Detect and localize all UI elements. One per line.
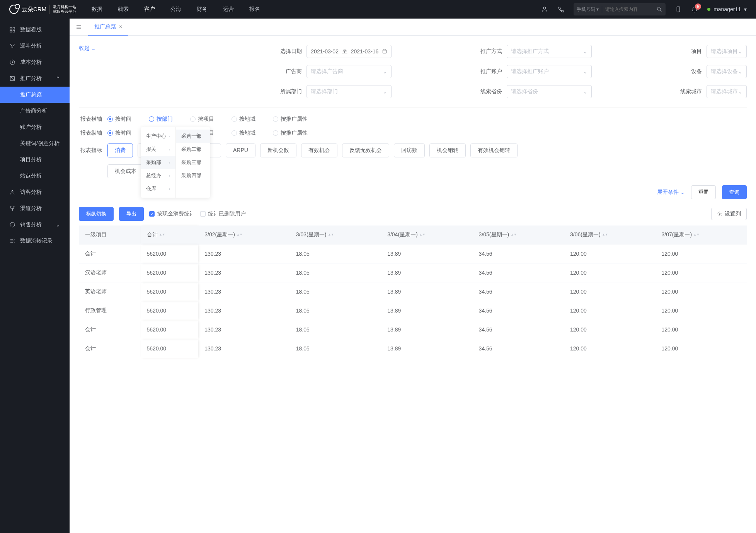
nav-item-3[interactable]: 公海 xyxy=(170,6,181,13)
select-device[interactable]: 请选择设备⌄ xyxy=(707,65,747,78)
sort-icon: ▲▼ xyxy=(328,234,334,236)
columns-button[interactable]: 设置列 xyxy=(711,208,747,220)
radio-option[interactable]: 按地域 xyxy=(232,130,255,137)
user-icon[interactable] xyxy=(541,6,548,13)
sidebar-item-7[interactable]: 数据流转记录 xyxy=(0,233,70,249)
logo[interactable]: 云朵CRM 教育机构一站式服务云平台 xyxy=(9,5,76,14)
sidebar-item-3[interactable]: 推广分析⌃ xyxy=(0,70,70,87)
metric-tag[interactable]: 机会销转 xyxy=(429,144,466,157)
nav-item-6[interactable]: 报名 xyxy=(249,6,260,13)
notifications[interactable]: 5 xyxy=(691,6,698,13)
nav-item-1[interactable]: 线索 xyxy=(118,6,129,13)
radio-option[interactable]: 按项目 xyxy=(190,116,214,123)
select-promo-method[interactable]: 请选择推广方式⌄ xyxy=(507,45,592,58)
table-row: 会计5620.00130.2318.0513.8934.56120.00120.… xyxy=(79,339,747,358)
phone-icon[interactable] xyxy=(557,6,564,13)
metric-tag[interactable]: 有效机会 xyxy=(301,144,337,157)
metric-tag[interactable]: 有效机会销转 xyxy=(470,144,518,157)
select-advertiser[interactable]: 请选择广告商⌄ xyxy=(306,65,392,78)
nav-item-0[interactable]: 数据 xyxy=(92,6,102,13)
tab-promo-overview[interactable]: 推广总览 × xyxy=(88,19,128,36)
dropdown-item[interactable]: 采购一部 xyxy=(176,130,210,143)
sidebar-subitem-3-0[interactable]: 推广总览 xyxy=(0,87,70,103)
sidebar-subitem-3-2[interactable]: 账户分析 xyxy=(0,119,70,135)
table-header[interactable]: 3/07(星期一) ▲▼ xyxy=(655,226,747,244)
chevron-down-icon: ⌄ xyxy=(91,45,96,51)
dropdown-item[interactable]: 采购四部 xyxy=(176,169,210,182)
table-header[interactable]: 3/02(星期一) ▲▼ xyxy=(198,226,289,244)
table-cell: 34.56 xyxy=(473,320,564,339)
table-cell: 13.89 xyxy=(381,263,472,282)
sidebar-subitem-3-3[interactable]: 关键词/创意分析 xyxy=(0,135,70,152)
radio-option[interactable]: 按时间 xyxy=(107,116,131,123)
sidebar-item-4[interactable]: 访客分析 xyxy=(0,184,70,200)
metric-tag[interactable]: 反馈无效机会 xyxy=(342,144,389,157)
date-range-input[interactable]: 2021-03-02 至 2021-03-16 xyxy=(306,45,392,58)
hamburger-icon[interactable] xyxy=(76,24,82,30)
dropdown-item[interactable]: 采购二部 xyxy=(176,143,210,156)
sidebar-subitem-3-4[interactable]: 项目分析 xyxy=(0,152,70,168)
sidebar-item-6[interactable]: 销售分析⌄ xyxy=(0,217,70,233)
select-province[interactable]: 请选择省份⌄ xyxy=(507,85,592,98)
export-button[interactable]: 导出 xyxy=(119,207,144,221)
dropdown-item[interactable]: 采购三部 xyxy=(176,156,210,169)
search-input[interactable] xyxy=(602,7,656,12)
sidebar-subitem-3-1[interactable]: 广告商分析 xyxy=(0,103,70,119)
metric-tag[interactable]: 消费 xyxy=(107,144,133,157)
radio-option[interactable]: 按部门 xyxy=(149,116,173,123)
metric-tag[interactable]: ARPU xyxy=(226,144,255,157)
dropdown-item[interactable]: 总经办› xyxy=(141,169,175,182)
sidebar-item-2[interactable]: 成本分析 xyxy=(0,54,70,70)
toggle-axis-button[interactable]: 横纵切换 xyxy=(79,207,114,221)
table-header[interactable]: 3/05(星期一) ▲▼ xyxy=(473,226,564,244)
table-header[interactable]: 3/03(星期一) ▲▼ xyxy=(290,226,381,244)
chevron-down-icon: ⌄ xyxy=(583,89,587,95)
table-header[interactable]: 合计 ▲▼ xyxy=(141,226,199,244)
user-menu[interactable]: manager11 ▾ xyxy=(707,6,747,12)
deleted-users-checkbox[interactable]: 统计已删除用户 xyxy=(200,210,246,217)
select-city[interactable]: 请选择城市⌄ xyxy=(707,85,747,98)
expand-conditions-link[interactable]: 展开条件⌄ xyxy=(657,189,685,196)
nav-item-5[interactable]: 运营 xyxy=(223,6,234,13)
query-button[interactable]: 查询 xyxy=(722,185,747,199)
search-icon[interactable] xyxy=(656,6,662,12)
close-icon[interactable]: × xyxy=(119,24,122,30)
radio-option[interactable]: 按推广属性 xyxy=(273,116,308,123)
sidebar-item-0[interactable]: 数据看版 xyxy=(0,22,70,38)
select-department[interactable]: 请选择部门⌄ xyxy=(306,85,392,98)
table-header[interactable]: 3/06(星期一) ▲▼ xyxy=(564,226,655,244)
metric-tag[interactable]: 回访数 xyxy=(394,144,425,157)
tabs-bar: 推广总览 × xyxy=(70,19,756,36)
table-cell: 5620.00 xyxy=(141,339,199,358)
sidebar-item-1[interactable]: 漏斗分析 xyxy=(0,38,70,54)
table-cell: 130.23 xyxy=(198,244,289,263)
dropdown-item[interactable]: 仓库› xyxy=(141,182,175,195)
reset-button[interactable]: 重置 xyxy=(691,185,716,199)
metric-tag[interactable]: 新机会数 xyxy=(260,144,296,157)
radio-option[interactable]: 按地域 xyxy=(232,116,255,123)
chevron-right-icon: › xyxy=(169,134,170,138)
dropdown-item[interactable]: 采购部› xyxy=(141,156,175,169)
dropdown-item[interactable]: 生产中心› xyxy=(141,130,175,143)
nav-item-2[interactable]: 客户 xyxy=(144,6,155,13)
sidebar-subitem-3-5[interactable]: 站点分析 xyxy=(0,168,70,184)
cash-stats-checkbox[interactable]: 按现金消费统计 xyxy=(149,210,195,217)
mobile-icon[interactable] xyxy=(675,6,682,13)
table-header[interactable]: 3/04(星期一) ▲▼ xyxy=(381,226,472,244)
select-promo-account[interactable]: 请选择推广账户⌄ xyxy=(507,65,592,78)
svg-point-11 xyxy=(12,210,13,211)
metric-tag[interactable]: 机会成本 xyxy=(107,164,144,178)
select-project[interactable]: 请选择项目⌄ xyxy=(707,45,747,58)
sort-icon: ▲▼ xyxy=(602,234,608,236)
dropdown-item[interactable]: 报关› xyxy=(141,143,175,156)
table-cell: 120.00 xyxy=(564,282,655,301)
collapse-link[interactable]: 收起⌄ xyxy=(79,45,255,52)
radio-option[interactable]: 按推广属性 xyxy=(273,130,308,137)
sidebar-item-5[interactable]: 渠道分析 xyxy=(0,200,70,217)
table-cell: 13.89 xyxy=(381,282,472,301)
radio-option[interactable]: 按时间 xyxy=(107,130,131,137)
nav-item-4[interactable]: 财务 xyxy=(197,6,208,13)
svg-rect-3 xyxy=(10,27,12,29)
search-type-select[interactable]: 手机号码 ▾ xyxy=(577,6,602,13)
filters: 选择日期 2021-03-02 至 2021-03-16 推广方式请选择推广方式… xyxy=(79,45,747,108)
